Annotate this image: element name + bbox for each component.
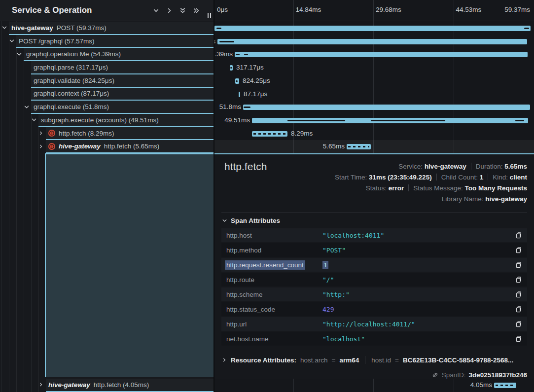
- chevron-down-icon[interactable]: [16, 51, 22, 57]
- timeline-row[interactable]: 8.29ms: [214, 127, 534, 141]
- tree-row[interactable]: graphql.parse (317.17μs): [31, 61, 214, 74]
- link-icon[interactable]: [431, 371, 439, 379]
- tree-header-icons: [153, 0, 199, 21]
- selected-text: http.request.resend_count: [225, 260, 305, 270]
- tree-header: Service & Operation: [0, 0, 214, 21]
- operation-name: graphql.validate (824.25μs): [34, 77, 114, 84]
- copy-button[interactable]: [509, 232, 522, 239]
- double-chevron-right-icon[interactable]: [193, 7, 199, 14]
- timeline-row[interactable]: 54.39ms: [214, 48, 534, 61]
- span-bar[interactable]: [252, 131, 287, 137]
- resource-key: host.id: [371, 356, 391, 364]
- duration-label: 57.57ms: [214, 35, 215, 48]
- panel-resize-handle[interactable]: [208, 13, 211, 18]
- attribute-value: 429: [322, 306, 509, 313]
- copy-button[interactable]: [509, 291, 522, 298]
- span-bar[interactable]: [235, 52, 528, 57]
- panel-divider[interactable]: [214, 0, 214, 392]
- timeline-row[interactable]: 5.65ms: [214, 140, 534, 153]
- chevron-down-icon[interactable]: [153, 7, 159, 14]
- meta-value: client: [510, 174, 527, 181]
- attribute-value: "http://localhost:4011/": [322, 321, 509, 328]
- copy-button[interactable]: [509, 306, 522, 313]
- timeline-row[interactable]: 57.57ms: [214, 35, 534, 48]
- operation-name: POST /graphql (57.57ms): [19, 37, 95, 45]
- tree-row[interactable]: graphql.execute (51.8ms): [31, 101, 214, 114]
- span-bar[interactable]: [235, 78, 239, 84]
- meta-line: Library Name: hive-gateway: [442, 193, 527, 204]
- indent-guide: [24, 21, 24, 392]
- attribute-row: http.host"localhost:4011": [221, 228, 527, 242]
- span-bar[interactable]: [243, 105, 530, 110]
- double-chevron-down-icon[interactable]: [179, 7, 186, 14]
- meta-label: Service:: [398, 163, 425, 170]
- tree-row[interactable]: graphql.validate (824.25μs): [31, 74, 214, 88]
- copy-button[interactable]: [509, 247, 522, 254]
- span-bar[interactable]: [217, 39, 527, 44]
- tree-row[interactable]: POST /graphql (57.57ms): [16, 35, 214, 48]
- attribute-key: http.route: [226, 276, 322, 284]
- span-id-row: SpanID: 3de02518937fb246: [431, 369, 527, 380]
- span-bar[interactable]: [494, 383, 516, 388]
- child-span-mark: [244, 54, 248, 55]
- attribute-value: "http:": [322, 291, 509, 298]
- tree-row[interactable]: !hive-gatewayhttp.fetch (5.65ms): [46, 140, 214, 153]
- resource-attributes-header[interactable]: Resource Attributes: host.arch=arm64host…: [222, 354, 527, 366]
- duration-label: 49.51ms: [224, 114, 250, 127]
- copy-button[interactable]: [509, 261, 522, 269]
- chevron-right-icon[interactable]: [38, 382, 43, 387]
- copy-button[interactable]: [509, 335, 522, 343]
- copy-icon: [515, 232, 522, 239]
- chevron-down-icon[interactable]: [24, 104, 30, 110]
- attribute-value: "/": [322, 276, 509, 284]
- span-bar[interactable]: [252, 118, 528, 123]
- timeline-row[interactable]: [214, 22, 534, 35]
- timeline-row[interactable]: 317.17μs: [214, 61, 534, 74]
- span-bar[interactable]: [347, 144, 371, 149]
- span-id-value: 3de02518937fb246: [468, 371, 527, 379]
- attribute-key: http.status_code: [226, 306, 322, 313]
- span-bar[interactable]: [239, 92, 240, 97]
- span-bar[interactable]: [230, 65, 233, 71]
- span-attributes-header[interactable]: Span Attributes: [222, 217, 280, 224]
- timeline-row[interactable]: 824.25μs: [214, 74, 534, 88]
- attribute-row: net.host.name"localhost": [221, 332, 527, 346]
- copy-icon: [515, 261, 522, 269]
- divider: [221, 212, 527, 213]
- attribute-key: http.request.resend_count: [226, 261, 322, 269]
- copy-button[interactable]: [509, 276, 522, 284]
- tree-row[interactable]: subgraph.execute (accounts) (49.51ms): [38, 114, 214, 127]
- chevron-down-icon[interactable]: [9, 38, 15, 44]
- chevron-down-icon[interactable]: [31, 117, 37, 123]
- timeline-row[interactable]: 87.17μs: [214, 88, 534, 101]
- tree-row[interactable]: hive-gatewayPOST (59.37ms): [9, 22, 214, 35]
- span-tree-panel: hive-gatewayPOST (59.37ms)POST /graphql …: [0, 0, 214, 392]
- duration-label: 4.05ms: [470, 379, 492, 392]
- attribute-key: http.url: [226, 321, 322, 328]
- attribute-value: "POST": [322, 247, 509, 254]
- chevron-right-icon[interactable]: [38, 131, 43, 136]
- chevron-down-icon[interactable]: [1, 25, 7, 31]
- operation-name: http.fetch (8.29ms): [59, 130, 114, 137]
- child-span-mark: [236, 54, 240, 55]
- chevron-right-icon[interactable]: [166, 7, 173, 14]
- tree-row[interactable]: graphql.context (87.17μs): [31, 88, 214, 101]
- error-icon: !: [48, 143, 55, 150]
- copy-icon: [515, 321, 522, 328]
- tree-row[interactable]: !http.fetch (8.29ms): [46, 127, 214, 141]
- attribute-value: "localhost:4011": [322, 232, 509, 239]
- span-bar[interactable]: [214, 26, 531, 31]
- indent-guide: [16, 21, 17, 392]
- copy-button[interactable]: [509, 321, 522, 328]
- axis-tick: 44.53ms: [456, 0, 482, 20]
- attribute-key: http.host: [226, 232, 322, 239]
- child-span-marks: [496, 385, 515, 386]
- chevron-right-icon[interactable]: [38, 144, 43, 149]
- timeline-row[interactable]: 4.05ms: [214, 379, 534, 392]
- tree-row[interactable]: graphql.operation Me (54.39ms): [24, 48, 214, 61]
- timeline-row[interactable]: 51.8ms: [214, 101, 534, 114]
- chevron-right-icon: [222, 357, 227, 362]
- tree-row[interactable]: hive-gatewayhttp.fetch (4.05ms): [46, 379, 214, 392]
- operation-name: http.fetch (5.65ms): [104, 143, 160, 150]
- timeline-row[interactable]: 49.51ms: [214, 114, 534, 127]
